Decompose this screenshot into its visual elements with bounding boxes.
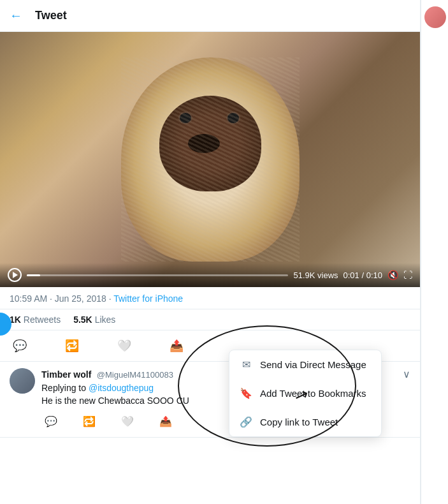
mute-icon[interactable]: 🔇 [387,270,398,280]
avatar-image [10,368,35,394]
stats-row: 1K Retweets 5.5K Likes [0,309,420,330]
commenter-handle: @MiguelM41100083 [97,370,173,380]
dropdown-menu: ✉ Send via Direct Message 🔖 Add Tweet to… [229,350,382,437]
video-thumbnail [0,32,420,287]
likes-count: 5.5K Likes [73,315,115,325]
tweet-timestamp: 10:59 AM · Jun 25, 2018 · [10,293,113,304]
video-container: 51.9K views 0:01 / 0:10 🔇 ⛶ [0,32,420,287]
pug-image [121,57,300,262]
commenter-name: Timber wolf [41,369,91,380]
dm-icon: ✉ [240,359,252,371]
bookmark-icon: 🔖 [240,387,252,399]
play-icon [13,272,18,278]
progress-bar[interactable] [27,274,288,276]
right-sidebar [421,0,448,504]
progress-fill [27,274,40,276]
tweet-header: ← Tweet [0,0,420,32]
reply-icon[interactable]: 💬 [10,336,30,356]
fullscreen-icon[interactable]: ⛶ [403,270,412,280]
send-dm-item[interactable]: ✉ Send via Direct Message [229,350,381,379]
time-info: 0:01 / 0:10 [343,271,382,280]
like-icon[interactable]: 🤍 [114,336,134,356]
view-count: 51.9K views [293,271,338,280]
bookmark-item[interactable]: 🔖 Add Tweet to Bookmarks [229,379,381,408]
copy-link-item[interactable]: 🔗 Copy link to Tweet [229,408,381,436]
comment-retweet-icon[interactable]: 🔁 [80,412,99,431]
retweet-count: 1K Retweets [10,315,61,325]
expand-icon[interactable]: ∨ [403,368,410,380]
retweet-icon[interactable]: 🔁 [62,336,82,356]
commenter-info: Timber wolf @MiguelM41100083 [41,369,173,380]
comment-like-icon[interactable]: 🤍 [118,412,137,431]
mention-link[interactable]: @itsdougthepug [89,383,154,393]
video-controls: 51.9K views 0:01 / 0:10 🔇 ⛶ [0,263,420,287]
share-icon[interactable]: 📤 [166,336,187,356]
back-button[interactable]: ← [10,8,22,23]
avatar [10,368,35,394]
tweet-source-link[interactable]: Twitter for iPhone [113,293,183,304]
comment-reply-icon[interactable]: 💬 [41,412,61,431]
link-icon: 🔗 [240,416,252,428]
play-button[interactable] [8,268,22,282]
comment-share-icon[interactable]: 📤 [156,412,175,431]
action-bar: 💬 🔁 🤍 📤 ✉ Send via Direct Message 🔖 Add … [0,330,420,362]
tweet-meta: 10:59 AM · Jun 25, 2018 · Twitter for iP… [0,287,420,309]
sidebar-avatar [424,6,446,28]
page-title: Tweet [35,9,67,22]
